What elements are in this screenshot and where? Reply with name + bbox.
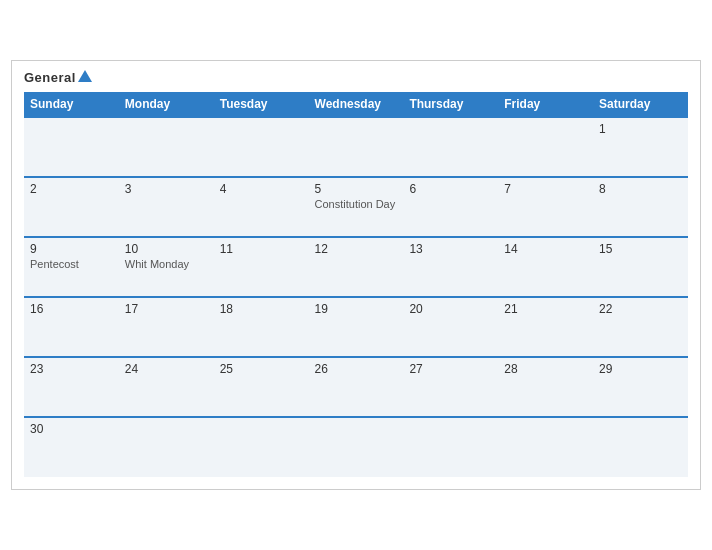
week-row: 30	[24, 417, 688, 477]
calendar-header: General	[24, 71, 688, 85]
day-cell: 5Constitution Day	[309, 177, 404, 237]
day-cell: 15	[593, 237, 688, 297]
day-cell: 29	[593, 357, 688, 417]
day-cell: 21	[498, 297, 593, 357]
day-cell: 17	[119, 297, 214, 357]
day-cell: 14	[498, 237, 593, 297]
day-cell: 3	[119, 177, 214, 237]
day-cell	[309, 117, 404, 177]
week-row: 1	[24, 117, 688, 177]
day-cell	[403, 417, 498, 477]
day-number: 21	[504, 302, 587, 316]
day-cell: 1	[593, 117, 688, 177]
day-number: 29	[599, 362, 682, 376]
weekday-header: Wednesday	[309, 92, 404, 117]
day-cell: 27	[403, 357, 498, 417]
weekday-header: Saturday	[593, 92, 688, 117]
day-number: 14	[504, 242, 587, 256]
day-number: 3	[125, 182, 208, 196]
day-cell	[403, 117, 498, 177]
weekday-header: Thursday	[403, 92, 498, 117]
day-number: 4	[220, 182, 303, 196]
day-number: 12	[315, 242, 398, 256]
day-cell: 20	[403, 297, 498, 357]
day-number: 18	[220, 302, 303, 316]
day-number: 20	[409, 302, 492, 316]
logo-triangle-icon	[78, 70, 92, 82]
day-number: 19	[315, 302, 398, 316]
day-event: Pentecost	[30, 258, 113, 270]
weekday-header: Friday	[498, 92, 593, 117]
day-number: 10	[125, 242, 208, 256]
day-cell: 7	[498, 177, 593, 237]
day-cell	[214, 417, 309, 477]
day-number: 26	[315, 362, 398, 376]
day-cell: 30	[24, 417, 119, 477]
weekday-header: Monday	[119, 92, 214, 117]
day-cell	[309, 417, 404, 477]
day-cell: 8	[593, 177, 688, 237]
week-row: 23242526272829	[24, 357, 688, 417]
day-number: 1	[599, 122, 682, 136]
day-event: Constitution Day	[315, 198, 398, 210]
weekday-header: Sunday	[24, 92, 119, 117]
day-number: 11	[220, 242, 303, 256]
day-cell: 22	[593, 297, 688, 357]
day-cell	[498, 117, 593, 177]
day-cell: 18	[214, 297, 309, 357]
day-number: 23	[30, 362, 113, 376]
logo: General	[24, 71, 92, 85]
weekday-row: SundayMondayTuesdayWednesdayThursdayFrid…	[24, 92, 688, 117]
day-cell: 24	[119, 357, 214, 417]
day-number: 7	[504, 182, 587, 196]
day-cell: 6	[403, 177, 498, 237]
day-cell	[214, 117, 309, 177]
day-cell	[119, 117, 214, 177]
day-cell: 28	[498, 357, 593, 417]
weekday-header: Tuesday	[214, 92, 309, 117]
day-cell	[498, 417, 593, 477]
day-number: 2	[30, 182, 113, 196]
day-cell	[593, 417, 688, 477]
day-number: 25	[220, 362, 303, 376]
calendar-header-row: SundayMondayTuesdayWednesdayThursdayFrid…	[24, 92, 688, 117]
day-cell: 2	[24, 177, 119, 237]
day-number: 28	[504, 362, 587, 376]
day-cell: 9Pentecost	[24, 237, 119, 297]
day-number: 15	[599, 242, 682, 256]
day-cell: 4	[214, 177, 309, 237]
day-cell: 19	[309, 297, 404, 357]
day-event: Whit Monday	[125, 258, 208, 270]
day-number: 6	[409, 182, 492, 196]
day-number: 22	[599, 302, 682, 316]
day-number: 17	[125, 302, 208, 316]
day-number: 13	[409, 242, 492, 256]
day-cell: 25	[214, 357, 309, 417]
day-cell	[24, 117, 119, 177]
day-cell: 23	[24, 357, 119, 417]
calendar-body: 12345Constitution Day6789Pentecost10Whit…	[24, 117, 688, 477]
day-cell: 10Whit Monday	[119, 237, 214, 297]
day-cell: 16	[24, 297, 119, 357]
calendar-table: SundayMondayTuesdayWednesdayThursdayFrid…	[24, 92, 688, 477]
day-number: 24	[125, 362, 208, 376]
day-cell: 26	[309, 357, 404, 417]
day-cell: 11	[214, 237, 309, 297]
day-cell: 13	[403, 237, 498, 297]
day-cell	[119, 417, 214, 477]
week-row: 16171819202122	[24, 297, 688, 357]
day-cell: 12	[309, 237, 404, 297]
day-number: 30	[30, 422, 113, 436]
week-row: 2345Constitution Day678	[24, 177, 688, 237]
logo-general-text: General	[24, 71, 92, 85]
day-number: 8	[599, 182, 682, 196]
day-number: 5	[315, 182, 398, 196]
week-row: 9Pentecost10Whit Monday1112131415	[24, 237, 688, 297]
day-number: 9	[30, 242, 113, 256]
calendar: General SundayMondayTuesdayWednesdayThur…	[11, 60, 701, 491]
day-number: 16	[30, 302, 113, 316]
day-number: 27	[409, 362, 492, 376]
